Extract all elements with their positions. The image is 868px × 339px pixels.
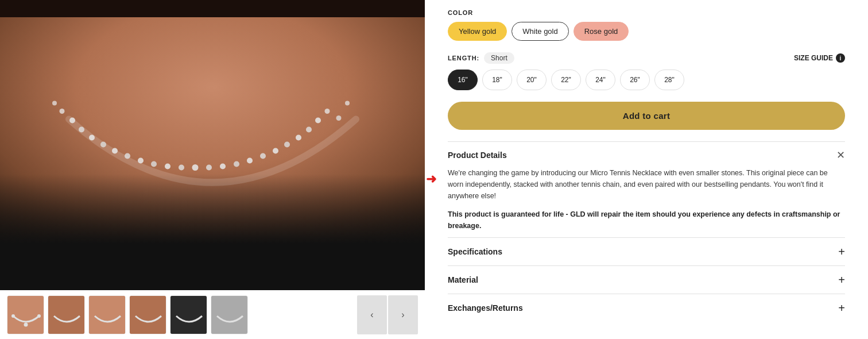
size-18-button[interactable]: 18" (482, 70, 512, 90)
guarantee-text: This product is guaranteed for life - GL… (448, 209, 845, 232)
red-arrow-indicator: ➜ (426, 172, 436, 187)
main-product-image (0, 0, 425, 290)
thumbnail-5[interactable] (170, 295, 207, 334)
exchanges-returns-title: Exchanges/Returns (448, 303, 523, 313)
short-badge: Short (484, 52, 514, 64)
material-title: Material (448, 275, 478, 284)
material-expand-button[interactable]: + (838, 274, 845, 286)
product-description: We're changing the game by introducing o… (448, 167, 845, 202)
svg-point-29 (24, 322, 28, 326)
thumbnail-1[interactable] (7, 295, 44, 334)
color-rose-gold-button[interactable]: Rose gold (574, 22, 629, 41)
size-guide-label: SIZE GUIDE (794, 54, 833, 62)
svg-rect-34 (211, 296, 248, 334)
svg-point-27 (11, 314, 15, 318)
length-label-group: LENGTH: Short (448, 52, 514, 64)
color-label: COLOR (448, 9, 845, 16)
specifications-title: Specifications (448, 247, 502, 256)
size-options-group: 16" 18" 20" 22" 24" 26" 28" (448, 70, 845, 90)
material-accordion[interactable]: Material + (448, 265, 845, 294)
color-options-group: Yellow gold White gold Rose gold (448, 22, 845, 41)
add-to-cart-button[interactable]: Add to cart (448, 102, 845, 130)
length-header: LENGTH: Short SIZE GUIDE i (448, 52, 845, 64)
svg-rect-30 (48, 296, 85, 334)
exchanges-returns-expand-button[interactable]: + (838, 302, 845, 314)
thumbnail-next-button[interactable]: › (388, 295, 418, 334)
guarantee-bold: This product is guaranteed for life - GL… (448, 210, 840, 230)
length-label: LENGTH: (448, 55, 479, 61)
specifications-expand-button[interactable]: + (838, 246, 845, 257)
color-white-gold-button[interactable]: White gold (512, 22, 568, 41)
product-details-close-button[interactable]: ✕ (836, 150, 845, 160)
product-options-panel: COLOR Yellow gold White gold Rose gold L… (425, 0, 868, 339)
thumbnail-navigation: ‹ › (357, 295, 418, 334)
thumbnail-2[interactable] (48, 295, 85, 334)
specifications-accordion[interactable]: Specifications + (448, 237, 845, 265)
svg-rect-33 (170, 296, 207, 334)
product-details-title: Product Details (448, 151, 507, 160)
size-22-button[interactable]: 22" (551, 70, 581, 90)
size-24-button[interactable]: 24" (586, 70, 615, 90)
product-details-header: Product Details ✕ (448, 150, 845, 160)
size-16-button[interactable]: 16" (448, 70, 478, 90)
size-28-button[interactable]: 28" (654, 70, 684, 90)
svg-rect-32 (130, 296, 166, 334)
size-20-button[interactable]: 20" (517, 70, 547, 90)
exchanges-returns-accordion[interactable]: Exchanges/Returns + (448, 294, 845, 322)
thumbnail-strip: ‹ › (0, 290, 425, 339)
product-details-section: Product Details ✕ ➜ We're changing the g… (448, 141, 845, 232)
size-26-button[interactable]: 26" (620, 70, 650, 90)
svg-point-28 (37, 314, 41, 318)
product-description-wrapper: ➜ We're changing the game by introducing… (448, 167, 845, 202)
info-icon: i (836, 53, 845, 63)
thumbnail-6[interactable] (211, 295, 248, 334)
length-section: LENGTH: Short SIZE GUIDE i 16" 18" 20" 2… (448, 52, 845, 90)
thumbnail-prev-button[interactable]: ‹ (357, 295, 387, 334)
color-section: COLOR Yellow gold White gold Rose gold (448, 9, 845, 41)
product-image-panel: ‹ › (0, 0, 425, 339)
thumbnail-3[interactable] (88, 295, 126, 334)
color-yellow-gold-button[interactable]: Yellow gold (448, 22, 507, 41)
thumbnail-4[interactable] (129, 295, 166, 334)
svg-rect-31 (89, 296, 126, 334)
size-guide-button[interactable]: SIZE GUIDE i (794, 53, 845, 63)
